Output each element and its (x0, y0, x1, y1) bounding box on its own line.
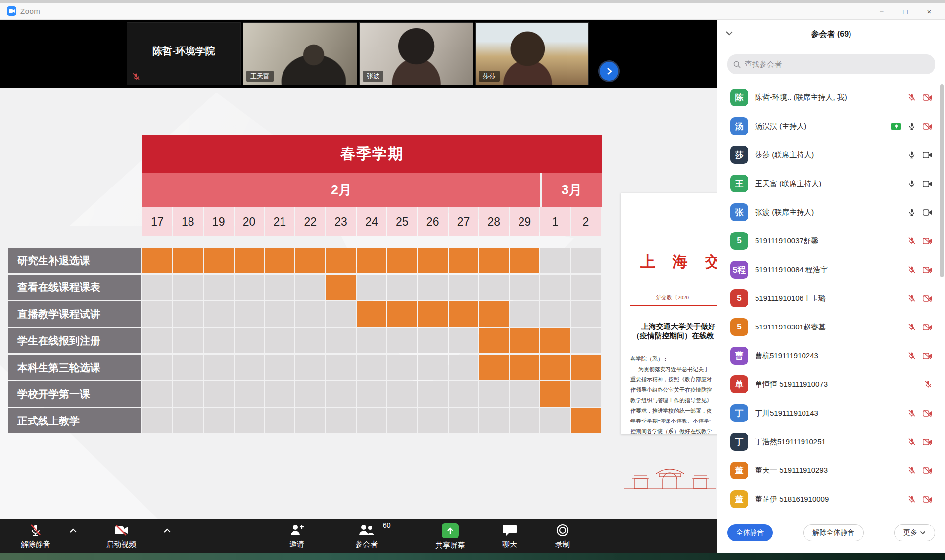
participant-row[interactable]: 董 董天一 519111910293 (717, 456, 945, 485)
participant-row[interactable]: 张 张波 (联席主持人) (717, 198, 945, 227)
gantt-day-header: 25 (387, 207, 417, 236)
video-tile-shasha[interactable]: 莎莎 (475, 22, 589, 85)
chat-bubble-icon (502, 523, 517, 537)
start-video-button[interactable]: 启动视频 (106, 523, 136, 549)
participant-name: 王天富 (联席主持人) (755, 179, 821, 188)
document-body-line: 作要求，推进学校的统一部署，依 (630, 406, 717, 416)
participant-name-label: 莎莎 (479, 71, 500, 82)
participant-row[interactable]: 丁 丁川519111910143 (717, 399, 945, 427)
gantt-task-label: 查看在线课程课表 (8, 275, 141, 300)
participants-icon (358, 523, 376, 537)
mute-all-button[interactable]: 全体静音 (727, 524, 773, 541)
share-screen-button[interactable]: 共享屏幕 (435, 523, 465, 550)
gantt-cell-inactive (571, 328, 601, 353)
avatar: 莎 (730, 146, 748, 164)
participant-name-label: 王天富 (246, 71, 274, 82)
gantt-day-header: 20 (235, 207, 264, 236)
gantt-cell-inactive (173, 328, 203, 353)
search-participants-input[interactable]: 查找参会者 (727, 54, 935, 74)
unmute-all-button[interactable]: 解除全体静音 (803, 524, 864, 541)
search-icon (733, 61, 741, 68)
gantt-cell-active (387, 248, 417, 273)
gantt-cell-inactive (326, 381, 356, 407)
avatar: 曹 (730, 347, 748, 365)
participant-name: 519111910037舒馨 (755, 236, 818, 246)
gantt-month-row: 2月 3月 (142, 173, 602, 207)
chat-label: 聊天 (502, 540, 517, 549)
gantt-cell-inactive (510, 408, 539, 433)
gantt-day-header: 19 (204, 207, 234, 236)
gantt-cell-inactive (479, 381, 509, 407)
mic-muted-icon (908, 266, 916, 274)
gantt-cell-active (387, 301, 417, 327)
gantt-cell-inactive (204, 381, 234, 407)
participant-row[interactable]: 汤 汤淏淏 (主持人) (717, 112, 945, 140)
gantt-cell-inactive (265, 328, 294, 353)
participants-panel-header: 参会者 (69) (717, 20, 945, 48)
maximize-button[interactable]: □ (894, 3, 917, 20)
participant-row[interactable]: 王 王天富 (联席主持人) (717, 169, 945, 198)
record-button[interactable]: 录制 (555, 523, 570, 549)
participant-row[interactable]: 单 单恒恒 519111910073 (717, 370, 945, 399)
panel-scrollbar-thumb[interactable] (940, 84, 944, 277)
gantt-cell-inactive (387, 381, 417, 407)
participant-name: 519111910106王玉璐 (755, 294, 826, 303)
minimize-button[interactable]: − (870, 3, 894, 20)
video-options-caret[interactable] (163, 528, 171, 533)
avatar: 董 (730, 490, 748, 508)
mic-muted-icon (924, 380, 932, 388)
chat-button[interactable]: 聊天 (502, 523, 517, 549)
document-body-line: 年春季学期“停课不停教、不停学” (630, 416, 717, 426)
gantt-cell-inactive (295, 328, 325, 353)
camera-on-icon (923, 209, 932, 216)
gantt-cell-inactive (540, 275, 570, 300)
gantt-row (142, 381, 602, 407)
participant-name: 陈哲-环境.. (联席主持人, 我) (755, 93, 847, 102)
mic-muted-icon (908, 495, 916, 503)
unmute-button[interactable]: 解除静音 (21, 523, 50, 549)
mic-on-icon (908, 122, 916, 130)
avatar: 汤 (730, 117, 748, 135)
document-body-line: 为贯彻落实习近平总书记关于 (638, 364, 717, 374)
participant-row[interactable]: 莎 莎莎 (联席主持人) (717, 140, 945, 169)
gantt-cell-active (265, 248, 294, 273)
gantt-cell-inactive (418, 381, 448, 407)
participant-row[interactable]: 董 董芷伊 518161910009 (717, 485, 945, 513)
gantt-task-label: 直播教学课程试讲 (8, 301, 141, 327)
participant-row[interactable]: 5程 519111910084 程浩宇 (717, 255, 945, 284)
gantt-cell-inactive (265, 355, 294, 380)
close-button[interactable]: × (917, 3, 941, 20)
next-videos-button[interactable] (600, 62, 618, 81)
gantt-cell-inactive (326, 301, 356, 327)
participant-row[interactable]: 陈 陈哲-环境.. (联席主持人, 我) (717, 83, 945, 112)
record-label: 录制 (555, 540, 570, 549)
mic-options-caret[interactable] (69, 528, 77, 533)
gantt-task-label: 学校开学第一课 (8, 381, 141, 407)
participant-name: 董芷伊 518161910009 (755, 495, 829, 504)
document-letterhead: 上 海 交 通 (640, 252, 717, 272)
video-tile-chenzhe[interactable]: 陈哲-环境学院 (127, 22, 241, 85)
gantt-row (142, 275, 602, 300)
participant-row[interactable]: 曹 曹杭519111910243 (717, 341, 945, 370)
gantt-cell-active (479, 301, 509, 327)
gantt-cell-inactive (387, 355, 417, 380)
gantt-cell-inactive (540, 301, 570, 327)
mic-on-icon (908, 151, 916, 159)
participant-row[interactable]: 5 519111910301赵睿基 (717, 313, 945, 341)
collapse-panel-chevron-icon[interactable] (725, 31, 733, 36)
participants-button[interactable]: 60 参会者 (355, 523, 378, 549)
invite-button[interactable]: 邀请 (289, 523, 304, 549)
more-button[interactable]: 更多 (894, 524, 935, 541)
video-tile-zhangbo[interactable]: 张波 (359, 22, 473, 85)
participant-row[interactable]: 丁 丁浩然519111910251 (717, 427, 945, 456)
chevron-down-icon (920, 531, 926, 535)
unmute-label: 解除静音 (21, 540, 50, 549)
avatar: 5 (730, 318, 748, 336)
participant-row[interactable]: 5 519111910106王玉璐 (717, 284, 945, 313)
participant-name: 莎莎 (联席主持人) (755, 150, 814, 160)
gantt-cell-inactive (173, 408, 203, 433)
video-tile-wangtianfu[interactable]: 王天富 (243, 22, 357, 85)
titlebar: Zoom − □ × (0, 3, 945, 20)
avatar: 5 (730, 289, 748, 307)
participant-row[interactable]: 5 519111910037舒馨 (717, 227, 945, 255)
